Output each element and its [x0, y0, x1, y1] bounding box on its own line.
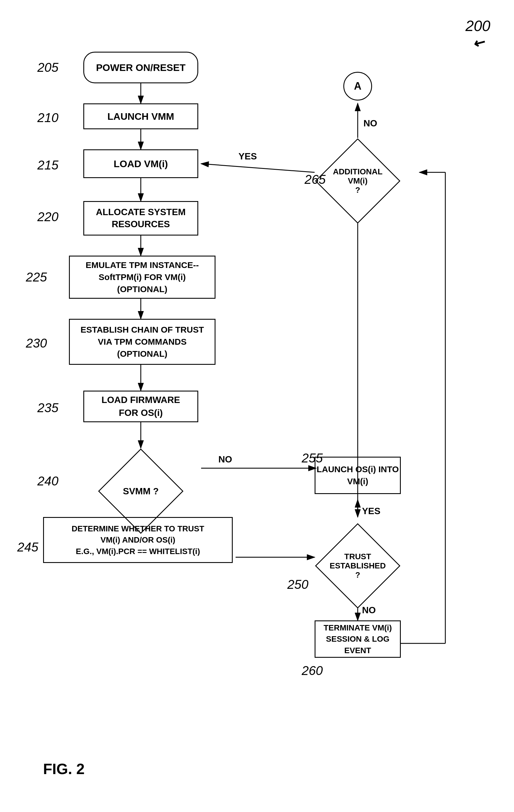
- ref-245: 245: [17, 540, 38, 554]
- launch-vmm-node: LAUNCH VMM: [83, 104, 198, 129]
- ref-255: 255: [302, 451, 323, 465]
- figure-number: 200: [465, 17, 490, 34]
- trust-diamond-wrapper: TRUST ESTABLISHED ?: [315, 523, 401, 609]
- yes-trust-label: YES: [362, 506, 380, 516]
- load-firmware-node: LOAD FIRMWARE FOR OS(i): [83, 390, 198, 422]
- arrows-svg: YES NO YES NO YES NO: [0, 0, 514, 812]
- power-on-node: POWER ON/RESET: [83, 52, 198, 83]
- connector-a: A: [343, 72, 372, 100]
- yes-additional-label: YES: [238, 151, 257, 162]
- ref-265: 265: [305, 172, 325, 187]
- ref-235: 235: [37, 401, 58, 415]
- determine-trust-node: DETERMINE WHETHER TO TRUST VM(i) AND/OR …: [43, 517, 233, 563]
- ref-240: 240: [37, 474, 58, 488]
- fig-label: FIG. 2: [43, 760, 84, 778]
- ref-215: 215: [37, 158, 58, 172]
- ref-210: 210: [37, 111, 58, 125]
- allocate-node: ALLOCATE SYSTEM RESOURCES: [83, 201, 198, 235]
- launch-os-node: LAUNCH OS(i) INTO VM(i): [315, 457, 401, 494]
- no-additional-label: NO: [364, 118, 377, 128]
- emulate-tpm-node: EMULATE TPM INSTANCE-- SoftTPM(i) FOR VM…: [69, 256, 216, 299]
- additional-vm-diamond-wrapper: ADDITIONAL VM(i) ?: [315, 138, 401, 224]
- terminate-node: TERMINATE VM(i) SESSION & LOG EVENT: [315, 620, 401, 658]
- flowchart-diagram: YES NO YES NO YES NO 200 ↙ POWER ON/RESE…: [0, 0, 514, 812]
- establish-chain-node: ESTABLISH CHAIN OF TRUST VIA TPM COMMAND…: [69, 319, 216, 365]
- load-vm-node: LOAD VM(i): [83, 149, 198, 178]
- ref-220: 220: [37, 210, 58, 224]
- ref-260: 260: [302, 664, 323, 678]
- ref-230: 230: [26, 336, 47, 350]
- no-svmm-label: NO: [218, 454, 232, 464]
- ref-250: 250: [287, 577, 308, 592]
- ref-205: 205: [37, 60, 58, 75]
- svg-line-18: [201, 164, 315, 172]
- ref-225: 225: [26, 270, 47, 284]
